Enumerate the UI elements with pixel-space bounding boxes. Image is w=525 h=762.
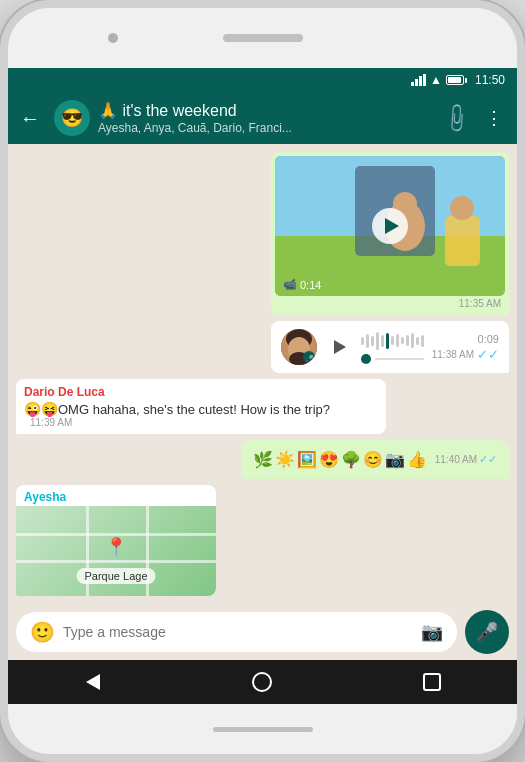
svg-rect-5 [445, 216, 480, 266]
group-emoji-icon: 😎 [61, 107, 83, 129]
sender-name-dario: Dario De Luca [24, 385, 378, 399]
emoji-message: 🌿 ☀️ 🖼️ 😍 🌳 😊 📷 👍 11:40 AM ✓✓ [241, 440, 509, 479]
wbar [391, 336, 394, 345]
wbar [381, 335, 384, 347]
video-message: 📹 0:14 11:35 AM [271, 152, 509, 315]
battery-body [446, 75, 464, 85]
camera-attachment-button[interactable]: 📷 [421, 621, 443, 643]
signal-bar-1 [411, 82, 414, 86]
map-message: Ayesha 📍 Parque Lage [16, 485, 216, 596]
emoji-content: 😊 [363, 450, 383, 469]
wbar [376, 332, 379, 350]
video-duration-text: 0:14 [300, 279, 321, 291]
emoji-content: 🖼️ [297, 450, 317, 469]
voice-info: 0:09 11:38 AM ✓✓ [432, 333, 499, 362]
video-duration: 📹 0:14 [283, 278, 321, 291]
voice-time: 11:38 AM ✓✓ [432, 347, 499, 362]
status-bar: ▲ 11:50 [8, 68, 517, 92]
header-actions: 📎 ⋮ [444, 106, 505, 130]
voice-duration: 0:09 [478, 333, 499, 345]
menu-icon[interactable]: ⋮ [485, 107, 505, 129]
emoji-picker-button[interactable]: 🙂 [30, 620, 55, 644]
progress-dot [361, 354, 371, 364]
attach-icon[interactable]: 📎 [439, 101, 474, 136]
voice-waveform [361, 331, 424, 364]
video-message-time: 11:35 AM [275, 298, 505, 311]
svg-point-6 [450, 196, 474, 220]
signal-icon [411, 74, 426, 86]
nav-back-icon [86, 674, 100, 690]
voice-message: 🎤 [271, 321, 509, 373]
phone-bottom-bezel [8, 704, 517, 754]
map-image[interactable]: 📍 Parque Lage [16, 506, 216, 596]
wbar [371, 336, 374, 346]
group-avatar: 😎 [54, 100, 90, 136]
wbar [411, 333, 414, 348]
text-message-time: 11:39 AM [30, 417, 72, 428]
phone-top-bezel [8, 8, 517, 68]
emoji-content: 🌿 [253, 450, 273, 469]
video-cam-icon: 📹 [283, 278, 297, 291]
battery-fill [448, 77, 461, 83]
avatar: 🎤 [281, 329, 317, 365]
double-check-icon: ✓✓ [477, 347, 499, 362]
avatar-svg: 🎤 [281, 329, 317, 365]
text-message-dario: Dario De Luca 😜😝 OMG hahaha, she's the c… [16, 379, 386, 434]
message-text-row: 😜😝 OMG hahaha, she's the cutest! How is … [24, 401, 378, 428]
mic-icon: 🎤 [476, 621, 498, 643]
message-input-box: 🙂 📷 [16, 612, 457, 652]
emoji-content: 👍 [407, 450, 427, 469]
chat-area: 📹 0:14 11:35 AM [8, 144, 517, 604]
status-time: 11:50 [475, 73, 505, 87]
progress-line [375, 358, 424, 360]
map-sender-name: Ayesha [16, 485, 216, 506]
back-button[interactable]: ← [20, 105, 46, 132]
phone-frame: ▲ 11:50 ← 😎 🙏 it's the weekend [0, 0, 525, 762]
battery-tip [465, 78, 467, 83]
emoji-double-check: ✓✓ [479, 453, 497, 466]
nav-home-icon [252, 672, 272, 692]
screen: ▲ 11:50 ← 😎 🙏 it's the weekend [8, 68, 517, 704]
voice-play-button[interactable] [325, 333, 353, 361]
play-button[interactable] [372, 208, 408, 244]
nav-recents-icon [423, 673, 441, 691]
wbar [366, 334, 369, 348]
map-pin-icon: 📍 [105, 536, 127, 558]
video-thumbnail[interactable]: 📹 0:14 [275, 156, 505, 296]
phone-speaker [223, 34, 303, 42]
nav-recents-button[interactable] [412, 667, 452, 697]
map-location-label: Parque Lage [77, 568, 156, 584]
status-icons: ▲ 11:50 [411, 73, 505, 87]
mic-send-button[interactable]: 🎤 [465, 610, 509, 654]
phone-nav-bar [8, 660, 517, 704]
emoji-content: 😍 [319, 450, 339, 469]
signal-bar-2 [415, 79, 418, 86]
battery-icon [446, 75, 467, 85]
chat-subtitle: Ayesha, Anya, Cauã, Dario, Franci... [98, 121, 436, 135]
message-body: OMG hahaha, she's the cutest! How is the… [58, 402, 330, 417]
nav-home-button[interactable] [242, 667, 282, 697]
home-indicator [213, 727, 313, 732]
header-info: 🙏 it's the weekend Ayesha, Anya, Cauã, D… [98, 101, 436, 134]
wbar [396, 334, 399, 347]
emoji-content: 📷 [385, 450, 405, 469]
chat-title: 🙏 it's the weekend [98, 101, 436, 120]
waveform-progress [361, 354, 424, 364]
play-triangle-icon [385, 218, 399, 234]
message-text-input[interactable] [63, 624, 413, 640]
emoji-bubble-content: 🌿 ☀️ 🖼️ 😍 🌳 😊 📷 👍 11:40 AM ✓✓ [245, 444, 505, 475]
wbar [421, 335, 424, 347]
svg-text:🎤: 🎤 [304, 354, 313, 363]
voice-play-icon [334, 340, 346, 354]
input-area: 🙂 📷 🎤 [8, 604, 517, 660]
emoji-content: ☀️ [275, 450, 295, 469]
map-road-h2 [16, 560, 216, 563]
wbar [361, 337, 364, 345]
emoji-content: 🌳 [341, 450, 361, 469]
waveform-bars [361, 331, 424, 351]
wbar [401, 337, 404, 344]
signal-bar-3 [419, 76, 422, 86]
wbar [406, 335, 409, 346]
chat-header: ← 😎 🙏 it's the weekend Ayesha, Anya, Cau… [8, 92, 517, 144]
nav-back-button[interactable] [73, 667, 113, 697]
